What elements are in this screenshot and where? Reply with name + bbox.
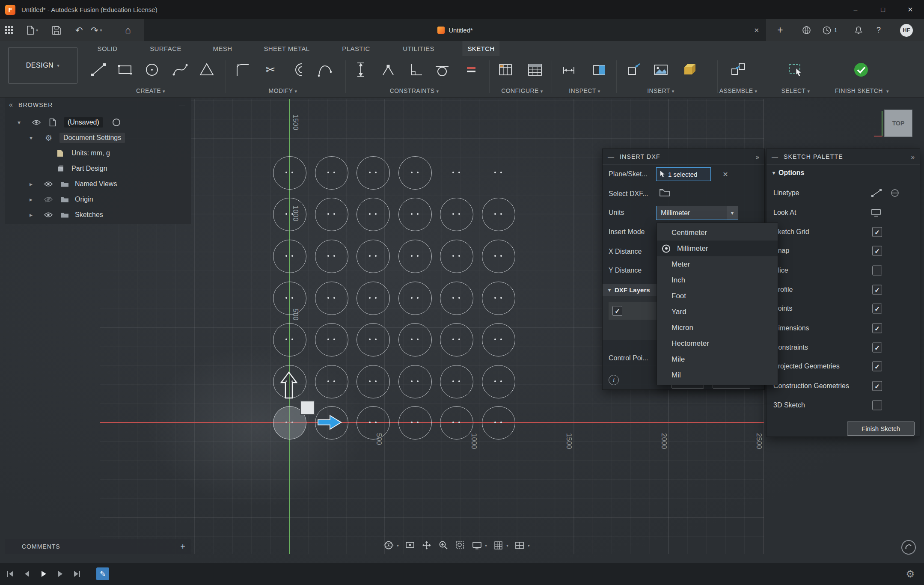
sketch-circle[interactable]: [357, 282, 390, 315]
minimize-button[interactable]: –: [842, 0, 869, 19]
sketch-circle[interactable]: [273, 282, 306, 315]
sketch-circle[interactable]: [398, 198, 432, 231]
equal-constraint-icon[interactable]: [459, 59, 483, 80]
ribbon-group-constraints[interactable]: CONSTRAINTS▾: [390, 87, 439, 94]
ribbon-tab-solid[interactable]: SOLID: [92, 41, 122, 56]
sketch-circle[interactable]: [315, 282, 348, 315]
insert-image-icon[interactable]: [649, 59, 673, 80]
look-at-icon[interactable]: [871, 209, 881, 217]
chevron-right-icon[interactable]: ▸: [30, 181, 33, 187]
visibility-icon[interactable]: [44, 212, 53, 218]
sketch-circle[interactable]: [273, 323, 306, 356]
units-option-hectometer[interactable]: Hectometer: [657, 336, 778, 351]
checkbox-dimensions[interactable]: ✓: [872, 324, 882, 333]
checkbox-snap[interactable]: ✓: [872, 246, 882, 256]
comments-bar[interactable]: COMMENTS +: [5, 539, 191, 554]
sketch-circle[interactable]: [398, 282, 432, 315]
finish-sketch-palette-button[interactable]: Finish Sketch: [847, 422, 915, 436]
sketch-dimension-icon[interactable]: [349, 59, 373, 80]
sketch-circle[interactable]: [482, 365, 515, 398]
browser-row-named-views[interactable]: ▸Named Views: [5, 176, 191, 192]
close-button[interactable]: ✕: [897, 0, 924, 19]
browse-folder-icon[interactable]: [660, 189, 670, 196]
checkbox-points[interactable]: ✓: [872, 304, 882, 314]
visibility-icon[interactable]: [44, 181, 53, 187]
sketch-circle[interactable]: [482, 282, 515, 315]
polygon-tool-icon[interactable]: [195, 59, 219, 80]
sketch-circle[interactable]: [398, 365, 432, 398]
move-plane-handle[interactable]: [300, 401, 315, 415]
sketch-circle[interactable]: [482, 198, 515, 231]
browser-row-part-design[interactable]: Part Design: [5, 161, 191, 176]
zoom-icon[interactable]: [438, 540, 449, 551]
ribbon-group-inspect[interactable]: INSPECT▾: [569, 87, 600, 94]
chevron-down-icon[interactable]: ▾: [528, 543, 530, 548]
units-select[interactable]: Millimeter ▾: [656, 206, 738, 220]
assemble-icon[interactable]: [726, 59, 750, 80]
units-option-meter[interactable]: Meter: [657, 256, 778, 272]
palette-header[interactable]: — SKETCH PALETTE »: [767, 149, 920, 165]
palette-minimize-icon[interactable]: —: [772, 153, 778, 160]
help-button[interactable]: ?: [876, 19, 881, 41]
browser-row-units-mm-g[interactable]: Units: mm, g: [5, 146, 191, 161]
sketch-circle[interactable]: [315, 323, 348, 356]
timeline-settings-gear-icon[interactable]: ⚙: [906, 563, 915, 585]
new-tab-button[interactable]: +: [773, 19, 787, 41]
sketch-circle[interactable]: [398, 156, 432, 190]
move-arrow-right[interactable]: [317, 415, 342, 430]
sketch-circle[interactable]: [357, 323, 390, 356]
units-option-micron[interactable]: Micron: [657, 320, 778, 336]
orbit-icon[interactable]: [383, 540, 394, 551]
chevron-down-icon[interactable]: ▾: [727, 206, 738, 220]
job-status-button[interactable]: 1: [823, 19, 837, 41]
sketch-circle[interactable]: [482, 406, 515, 439]
rectangle-tool-icon[interactable]: [113, 59, 137, 80]
sketch-circle[interactable]: [273, 156, 306, 190]
grid-settings-icon[interactable]: [493, 540, 504, 551]
sketch-circle[interactable]: [398, 240, 432, 273]
sketch-circle[interactable]: [440, 406, 473, 439]
sketch-circle[interactable]: [398, 323, 432, 356]
extensions-icon[interactable]: [802, 19, 811, 41]
sketch-circle[interactable]: [315, 156, 348, 190]
sketch-circle[interactable]: [440, 323, 473, 356]
perpendicular-constraint-icon[interactable]: [404, 59, 428, 80]
palette-expand-icon[interactable]: »: [911, 153, 915, 160]
offset-tool-icon[interactable]: [286, 59, 310, 80]
configuration-table-icon[interactable]: [523, 59, 547, 80]
file-menu-button[interactable]: ▾: [27, 19, 38, 41]
zoom-window-icon[interactable]: [455, 540, 466, 551]
sketch-circle[interactable]: [440, 198, 473, 231]
section-analysis-icon[interactable]: [587, 59, 611, 80]
document-tab[interactable]: Untitled* ✕: [144, 19, 766, 41]
dialog-expand-icon[interactable]: »: [756, 153, 759, 160]
timeline-sketch-feature[interactable]: ✎: [96, 567, 109, 580]
tab-close-button[interactable]: ✕: [754, 19, 759, 41]
move-arrow-up[interactable]: [279, 371, 298, 400]
chevron-down-icon[interactable]: ▾: [30, 134, 33, 141]
sketch-circle[interactable]: [440, 365, 473, 398]
visibility-off-icon[interactable]: [44, 196, 53, 202]
info-icon[interactable]: i: [609, 375, 619, 385]
ribbon-group-configure[interactable]: CONFIGURE▾: [501, 87, 543, 94]
sketch-circle[interactable]: [315, 365, 348, 398]
sketch-circle[interactable]: [357, 156, 390, 190]
chevron-right-icon[interactable]: ▸: [30, 211, 33, 218]
ribbon-group-create[interactable]: CREATE▾: [136, 87, 165, 94]
measure-tool-icon[interactable]: [557, 59, 581, 80]
checkbox-sketch-grid[interactable]: ✓: [872, 227, 882, 237]
configure-table-icon[interactable]: [493, 59, 517, 80]
units-option-foot[interactable]: Foot: [657, 288, 778, 304]
dialog-minimize-icon[interactable]: —: [608, 153, 614, 160]
undo-button[interactable]: ↶: [75, 19, 83, 41]
workspace-switcher[interactable]: DESIGN ▾: [8, 47, 77, 84]
ribbon-tab-plastic[interactable]: PLASTIC: [337, 41, 375, 56]
finish-sketch-button[interactable]: FINISH SKETCH ▾: [835, 87, 889, 94]
chevron-right-icon[interactable]: ▸: [30, 196, 33, 203]
trim-scissors-icon[interactable]: ✂: [258, 59, 282, 80]
browser-minimize-button[interactable]: —: [179, 101, 185, 109]
units-option-mil[interactable]: Mil: [657, 367, 778, 383]
display-settings-icon[interactable]: [471, 540, 482, 551]
linetype-style-icon[interactable]: [890, 189, 900, 197]
visibility-icon[interactable]: [32, 119, 41, 125]
